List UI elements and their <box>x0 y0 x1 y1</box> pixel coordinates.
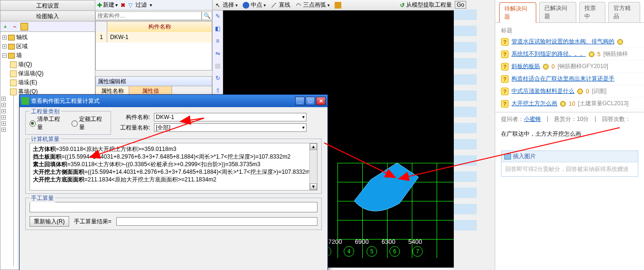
component-name-label: 构件名称: <box>117 113 150 121</box>
tree-item-wall-pier[interactable]: 墙垛(E) <box>18 79 37 87</box>
manual-formula-input[interactable] <box>30 202 317 212</box>
question-item[interactable]: ? 中式吊顶装饰材料是什么0[识图] <box>495 85 644 98</box>
scroll-up-icon[interactable]: ▲ <box>310 143 317 150</box>
coin-icon <box>560 101 566 107</box>
qty-category-legend: 工程量类别 <box>30 108 61 116</box>
re-enter-button[interactable]: 重新输入(R) <box>30 216 69 227</box>
tree-item-wall-q[interactable]: 墙(Q) <box>18 60 32 69</box>
expand-icon[interactable]: + <box>1 109 6 113</box>
tool-rect-icon[interactable] <box>335 2 341 9</box>
forum-tabs: 待解决问题 已解决问题 投票中 官方精品 <box>495 0 644 23</box>
manual-result-field[interactable] <box>116 217 317 226</box>
radio-list-qty[interactable]: 清单工程量 <box>30 115 65 131</box>
funnel-icon[interactable]: ▽ <box>128 2 133 9</box>
tab-solved[interactable]: 已解决问题 <box>539 2 576 22</box>
fill-icon[interactable]: ◧ <box>214 25 222 32</box>
list-header-title: 标题 <box>495 23 644 36</box>
new-button[interactable]: ✚新建▾ <box>97 1 118 9</box>
tool-select[interactable]: ↖选择▾ <box>215 1 238 9</box>
left-header-drawinput[interactable]: 绘图输入 <box>0 11 95 21</box>
insert-image-link[interactable]: 插入图片 <box>513 152 536 160</box>
components-toolbar: ✚新建▾ ✖ ▽ 过滤▾ <box>95 0 212 10</box>
column-header-name[interactable]: 构件名称 <box>107 21 212 32</box>
tool-midpoint[interactable]: 中点▾ <box>243 1 266 9</box>
coin-icon <box>589 51 594 57</box>
question-mark-icon: ? <box>501 50 509 58</box>
component-cell[interactable]: DKW-1 <box>107 32 212 42</box>
folder-icon[interactable] <box>20 23 28 30</box>
question-item[interactable]: ? 管道水压试验时设置的放水阀、排气阀的 <box>495 36 644 48</box>
dialog-title: 查看构件图元工程量计算式 <box>31 97 295 105</box>
question-meta: 提问者：小蜜蜂 | 悬赏分：10分 | 回答次数： <box>495 112 644 126</box>
question-mark-icon: ? <box>501 75 509 83</box>
qty-formula-dialog: 查看构件图元工程量计算式 _ □ ✕ 工程量类别 清单工程量 定额工程量 构件名… <box>19 94 328 270</box>
coin-icon <box>617 39 623 45</box>
expand-icon[interactable]: + <box>1 115 6 120</box>
component-name-select[interactable]: DKW-1▾ <box>154 113 307 121</box>
rotate-icon[interactable]: ↻ <box>214 74 222 82</box>
delete-icon[interactable]: ✖ <box>121 2 125 9</box>
component-search-input[interactable] <box>95 11 202 20</box>
manual-result-label: 手工算量结果= <box>74 218 112 226</box>
expand-icon[interactable]: + <box>1 103 6 107</box>
question-item[interactable]: ? 大开挖土方怎么画10[土建算量GCL2013] <box>495 98 644 110</box>
expand-icon[interactable]: + <box>1 121 6 126</box>
tree-item-insul-wall[interactable]: 保温墙(Q) <box>18 70 43 78</box>
question-item[interactable]: ? 系统找不到指定的路径。。。5[钢筋抽样 <box>495 48 644 60</box>
hatch-icon[interactable]: ▤ <box>214 62 222 70</box>
nav-tree[interactable]: +轴线 +区域 −墙 墙(Q) 保温墙(Q) 墙垛(E) 幕墙(Q) <box>0 32 95 97</box>
tree-remove-icon[interactable]: − <box>11 23 19 30</box>
grid-corner <box>96 21 107 32</box>
scroll-down-icon[interactable]: ▼ <box>310 183 317 190</box>
minimize-button[interactable]: _ <box>295 97 305 105</box>
tab-pending[interactable]: 待解决问题 <box>499 2 536 23</box>
wall-icon <box>10 61 17 68</box>
expand-icon[interactable]: + <box>1 128 6 132</box>
scrollbar[interactable]: ▲ ▼ <box>309 143 317 190</box>
radio-quota-qty[interactable]: 定额工程量 <box>72 115 107 131</box>
quantity-name-select[interactable]: [全部]▾ <box>154 123 307 132</box>
left-header-project[interactable]: 工程设置 <box>0 0 95 11</box>
filter-button[interactable]: 过滤 <box>135 1 147 9</box>
mirror-icon[interactable]: ⇋ <box>214 50 222 57</box>
axis-bubbles: 3 4 5 6 7 <box>321 246 423 257</box>
tool-arc3[interactable]: ◠三点画弧▾ <box>295 1 330 9</box>
tab-featured[interactable]: 官方精品 <box>608 2 640 22</box>
question-mark-icon: ? <box>501 100 509 108</box>
go-button[interactable]: Go <box>455 1 466 9</box>
tool-line[interactable]: ／直线 <box>271 1 290 9</box>
asker-link[interactable]: 小蜜蜂 <box>524 116 541 122</box>
coin-icon <box>543 64 549 70</box>
close-button[interactable]: ✕ <box>316 97 326 105</box>
tab-voting[interactable]: 投票中 <box>579 2 606 22</box>
property-panel-title: 属性编辑框 <box>96 77 212 86</box>
formula-output[interactable]: 土方体积=359.0118<原始大开挖土方体积>=359.0118m3 挡土板面… <box>30 143 317 190</box>
tree-item-wall[interactable]: 墙 <box>16 51 22 60</box>
tree-add-icon[interactable]: + <box>1 23 9 30</box>
search-button[interactable]: 🔍 <box>202 11 212 20</box>
expand-icon[interactable]: + <box>2 35 7 40</box>
maximize-button[interactable]: □ <box>306 97 315 105</box>
table-row[interactable]: 1 DKW-1 <box>96 32 212 42</box>
shift-icon[interactable]: ⇧ <box>214 87 222 94</box>
collapse-icon[interactable]: − <box>2 53 7 58</box>
question-detail-text: 在广联达中，土方大开挖怎么画 <box>495 126 644 142</box>
tree-item-area[interactable]: 区域 <box>16 42 28 50</box>
question-item[interactable]: ? 斜板的板筋0[钢筋翻样GFY2010] <box>495 60 644 73</box>
extract-from-model[interactable]: ↺从模型提取工程量 <box>400 1 452 9</box>
picture-icon <box>504 154 511 160</box>
expand-icon[interactable]: + <box>2 44 7 49</box>
quantity-name-label: 工程量名称: <box>117 124 150 132</box>
expand-icon[interactable]: + <box>1 97 6 101</box>
computer-calc-legend: 计算机算量 <box>30 135 61 143</box>
blue-stripe-column: Go <box>454 0 477 270</box>
excavation-shape[interactable] <box>352 158 423 215</box>
canvas-toolbar: ↖选择▾ 中点▾ ／直线 ◠三点画弧▾ ↺从模型提取工程量 <box>213 0 454 10</box>
insert-image-panel: 插入图片 回答即可得2分贡献分，回答被采纳获得系统赠送 <box>501 150 638 177</box>
question-item[interactable]: ? 构造柱适合在广联达里画出来计算还是手 <box>495 73 644 85</box>
brush-icon[interactable]: ✎ <box>214 12 222 20</box>
answer-hint: 回答即可得2分贡献分，回答被采纳获得系统赠送 <box>501 162 638 176</box>
align-icon[interactable]: ≡ <box>214 37 222 45</box>
folder-icon <box>8 44 15 50</box>
tree-item-axes[interactable]: 轴线 <box>16 33 28 41</box>
